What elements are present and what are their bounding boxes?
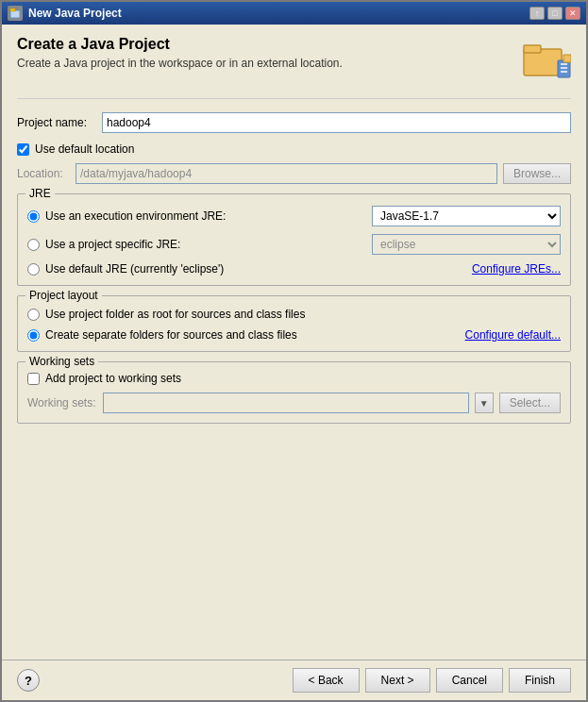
- maximize-button[interactable]: □: [547, 7, 563, 20]
- default-location-row: Use default location: [17, 142, 571, 156]
- main-window: New Java Project ↑ □ ✕ Create a Java Pro…: [0, 0, 588, 702]
- layout-group: Project layout Use project folder as roo…: [17, 295, 571, 352]
- layout-group-label: Project layout: [25, 289, 102, 302]
- layout-option1-row: Use project folder as root for sources a…: [27, 308, 561, 321]
- jre-dropdown-area: JavaSE-1.7: [231, 206, 561, 226]
- jre-specific-label[interactable]: Use a project specific JRE:: [45, 238, 180, 251]
- working-sets-checkbox[interactable]: [27, 373, 40, 385]
- jre-group-label: JRE: [25, 187, 55, 200]
- working-sets-label: Working sets:: [27, 396, 103, 410]
- svg-rect-4: [558, 60, 570, 77]
- header-text: Create a Java Project Create a Java proj…: [17, 36, 343, 70]
- layout-root-radio[interactable]: [27, 309, 40, 321]
- layout-separate-label[interactable]: Create separate folders for sources and …: [45, 328, 297, 342]
- cancel-button[interactable]: Cancel: [436, 668, 503, 693]
- finish-button[interactable]: Finish: [509, 668, 571, 693]
- jre-execution-label[interactable]: Use an execution environment JRE:: [45, 209, 226, 223]
- configure-jres-link[interactable]: Configure JREs...: [472, 262, 561, 276]
- jre-option2-row: Use a project specific JRE: eclipse: [27, 234, 561, 255]
- location-label: Location:: [17, 167, 76, 180]
- default-location-label[interactable]: Use default location: [35, 142, 134, 156]
- svg-rect-3: [524, 45, 541, 53]
- jre-group: JRE Use an execution environment JRE: Ja…: [17, 193, 571, 286]
- footer-buttons: < Back Next > Cancel Finish: [293, 668, 571, 693]
- project-name-row: Project name:: [17, 112, 571, 133]
- page-subtitle: Create a Java project in the workspace o…: [17, 57, 343, 70]
- next-button[interactable]: Next >: [365, 668, 430, 693]
- close-button[interactable]: ✕: [565, 7, 580, 20]
- layout-root-label[interactable]: Use project folder as root for sources a…: [45, 308, 305, 321]
- configure-default-link[interactable]: Configure default...: [465, 328, 561, 342]
- working-sets-checkbox-row: Add project to working sets: [27, 372, 561, 385]
- title-bar-left: New Java Project: [8, 6, 122, 21]
- minimize-button[interactable]: ↑: [529, 7, 545, 20]
- layout-separate-radio[interactable]: [27, 329, 40, 342]
- jre-default-radio[interactable]: [27, 263, 40, 276]
- footer: ? < Back Next > Cancel Finish: [2, 660, 586, 700]
- help-button[interactable]: ?: [17, 669, 40, 692]
- working-sets-select-row: Working sets: ▼ Select...: [27, 393, 561, 413]
- title-bar-controls: ↑ □ ✕: [529, 7, 580, 20]
- location-input[interactable]: [76, 163, 497, 184]
- working-sets-group-label: Working sets: [25, 355, 98, 368]
- working-sets-group: Working sets Add project to working sets…: [17, 361, 571, 424]
- title-bar-text: New Java Project: [28, 7, 122, 20]
- location-row: Location: Browse...: [17, 163, 571, 184]
- working-sets-checkbox-label[interactable]: Add project to working sets: [45, 372, 181, 385]
- working-sets-input: [103, 393, 469, 413]
- layout-option2-left: Create separate folders for sources and …: [27, 328, 297, 342]
- jre-specific-select[interactable]: eclipse: [372, 234, 561, 255]
- select-button[interactable]: Select...: [499, 393, 561, 413]
- header-section: Create a Java Project Create a Java proj…: [17, 36, 571, 81]
- jre-option3-row: Use default JRE (currently 'eclipse') Co…: [27, 262, 561, 276]
- content-area: Create a Java Project Create a Java proj…: [2, 25, 586, 660]
- footer-left: ?: [17, 669, 40, 692]
- jre-specific-radio[interactable]: [27, 239, 40, 251]
- jre-option1-row: Use an execution environment JRE: JavaSE…: [27, 206, 561, 226]
- title-bar: New Java Project ↑ □ ✕: [2, 2, 586, 25]
- header-icon: [522, 36, 571, 81]
- jre-execution-radio[interactable]: [27, 210, 40, 223]
- jre-default-label[interactable]: Use default JRE (currently 'eclipse'): [45, 262, 224, 276]
- browse-button[interactable]: Browse...: [503, 163, 571, 184]
- page-title: Create a Java Project: [17, 36, 343, 53]
- header-separator: [17, 98, 571, 99]
- jre-specific-dropdown-area: eclipse: [186, 234, 561, 255]
- project-name-input[interactable]: [102, 112, 571, 133]
- layout-option2-row: Create separate folders for sources and …: [27, 328, 561, 342]
- working-sets-dropdown-button[interactable]: ▼: [475, 393, 494, 413]
- window-icon: [8, 6, 23, 21]
- project-name-label: Project name:: [17, 116, 102, 129]
- jre-option3-left: Use default JRE (currently 'eclipse'): [27, 262, 224, 276]
- svg-rect-1: [10, 8, 15, 11]
- default-location-checkbox[interactable]: [17, 143, 29, 156]
- back-button[interactable]: < Back: [293, 668, 360, 693]
- jre-execution-select[interactable]: JavaSE-1.7: [372, 206, 561, 226]
- svg-marker-8: [563, 55, 571, 62]
